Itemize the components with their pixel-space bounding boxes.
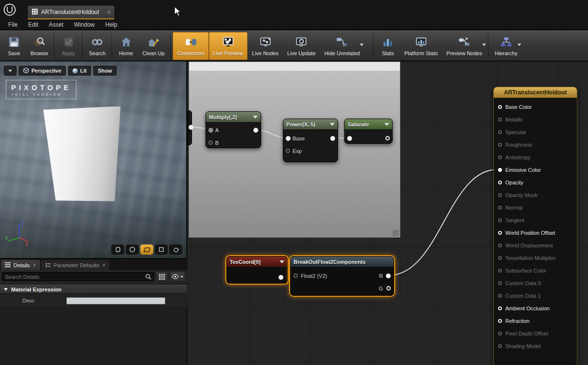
property-matrix-button[interactable] bbox=[156, 272, 168, 282]
tab-details[interactable]: Details × bbox=[1, 260, 40, 270]
pin-pixel-depth-offset[interactable]: Pixel Depth Offset bbox=[498, 330, 548, 337]
input-pin-b[interactable] bbox=[208, 140, 213, 145]
perspective-button[interactable]: Perspective bbox=[19, 66, 66, 76]
home-button[interactable]: Home bbox=[114, 32, 138, 60]
output-pin[interactable] bbox=[330, 136, 335, 141]
preview-sphere-button[interactable] bbox=[126, 244, 139, 255]
connectors-icon bbox=[184, 35, 198, 49]
stats-toggle-button[interactable]: Stats bbox=[376, 32, 400, 60]
input-pin-exp[interactable] bbox=[286, 149, 290, 153]
pin-icon bbox=[498, 218, 502, 222]
menu-edit[interactable]: Edit bbox=[23, 21, 44, 28]
input-pin[interactable] bbox=[347, 136, 352, 141]
node-multiply[interactable]: Multiply(,2) A B bbox=[206, 111, 261, 148]
chevron-down-icon[interactable] bbox=[253, 116, 258, 119]
pin-opacity-mask[interactable]: Opacity Mask bbox=[498, 191, 538, 199]
pin-subsurface-color[interactable]: Subsurface Color bbox=[498, 267, 546, 274]
menu-asset[interactable]: Asset bbox=[44, 21, 69, 28]
menu-help[interactable]: Help bbox=[100, 21, 123, 28]
preview-plane-button[interactable] bbox=[140, 244, 153, 255]
output-pin-r[interactable] bbox=[386, 274, 391, 278]
desc-input[interactable] bbox=[66, 297, 165, 304]
pin-opacity[interactable]: Opacity bbox=[498, 179, 523, 186]
expand-arrow-icon bbox=[4, 288, 8, 293]
chevron-down-icon[interactable] bbox=[330, 123, 335, 126]
node-breakout-float2[interactable]: BreakOutFloat2Components Float2 (V2) R G bbox=[290, 256, 394, 296]
viewport-options-button[interactable] bbox=[4, 66, 16, 76]
lit-button[interactable]: Lit bbox=[68, 66, 91, 76]
pin-tessellation-multiplier[interactable]: Tessellation Multiplier bbox=[498, 254, 556, 262]
input-pin-float2[interactable] bbox=[294, 274, 298, 278]
output-pin[interactable] bbox=[385, 136, 390, 140]
node-header[interactable]: Power(X, 5) bbox=[283, 119, 338, 129]
hierarchy-button[interactable]: Hierarchy bbox=[490, 32, 522, 60]
hide-unrelated-toggle-button[interactable]: Hide Unrelated bbox=[320, 32, 364, 60]
visibility-filter-button[interactable] bbox=[170, 272, 185, 282]
pin-normal[interactable]: Normal bbox=[498, 204, 522, 212]
menu-window[interactable]: Window bbox=[69, 21, 100, 28]
preview-viewport[interactable]: Perspective Lit Show PIXOTOPE TRIAL VERS… bbox=[0, 61, 187, 258]
material-node-header[interactable]: ARTranslucentHoldout bbox=[494, 87, 577, 98]
tab-parameter-defaults[interactable]: Parameter Defaults × bbox=[41, 260, 110, 270]
output-pin-g[interactable] bbox=[386, 286, 391, 290]
save-button[interactable]: Save bbox=[2, 32, 26, 60]
output-pin[interactable] bbox=[279, 275, 283, 280]
pin-shading-model[interactable]: Shading Model bbox=[498, 342, 541, 350]
pin-world-displacement[interactable]: World Displacement bbox=[498, 242, 553, 249]
pin-metallic[interactable]: Metallic bbox=[498, 116, 523, 123]
pin-anisotropy[interactable]: Anisotropy bbox=[498, 153, 530, 161]
close-icon[interactable]: × bbox=[102, 262, 105, 269]
connectors-toggle-button[interactable]: Connectors bbox=[173, 32, 208, 60]
live-update-toggle-button[interactable]: Live Update bbox=[283, 32, 320, 60]
chevron-down-icon[interactable] bbox=[360, 44, 364, 46]
chevron-down-icon[interactable] bbox=[482, 44, 486, 46]
material-expression-section-header[interactable]: Material Expression bbox=[0, 285, 187, 294]
chevron-down-icon[interactable] bbox=[384, 123, 389, 126]
node-saturate[interactable]: Saturate bbox=[344, 119, 393, 144]
input-pin-base[interactable] bbox=[286, 136, 291, 141]
pin-ambient-occlusion[interactable]: Ambient Occlusion bbox=[498, 304, 550, 312]
close-icon[interactable]: × bbox=[33, 262, 36, 269]
search-details-input[interactable] bbox=[5, 274, 145, 280]
preview-cube-button[interactable] bbox=[155, 244, 168, 255]
node-material-result[interactable]: ARTranslucentHoldout Base Color Metallic… bbox=[493, 87, 577, 365]
pin-refraction[interactable]: Refraction bbox=[498, 317, 529, 325]
close-icon[interactable]: × bbox=[107, 9, 111, 15]
pin-emissive-color[interactable]: Emissive Color bbox=[498, 166, 541, 174]
asset-tab[interactable]: ARTranslucentHoldout × bbox=[28, 5, 115, 19]
chevron-down-icon[interactable] bbox=[517, 44, 521, 46]
preview-teapot-button[interactable] bbox=[169, 244, 182, 255]
platform-stats-button[interactable]: Platform Stats bbox=[400, 32, 442, 60]
pin-roughness[interactable]: Roughness bbox=[498, 141, 532, 149]
input-pin-a[interactable] bbox=[208, 128, 213, 133]
node-texcoord[interactable]: TexCoord[0] bbox=[226, 256, 288, 284]
output-pin[interactable] bbox=[189, 125, 193, 130]
browse-button[interactable]: Browse bbox=[26, 32, 53, 60]
node-header[interactable]: TexCoord[0] bbox=[227, 257, 287, 267]
node-header[interactable]: Saturate bbox=[345, 119, 392, 129]
apply-button[interactable]: Apply bbox=[57, 32, 81, 60]
live-nodes-toggle-button[interactable]: Live Nodes bbox=[248, 32, 283, 60]
node-header[interactable]: Multiply(,2) bbox=[206, 112, 261, 122]
chevron-down-icon[interactable] bbox=[279, 260, 284, 263]
node-power[interactable]: Power(X, 5) Base Exp bbox=[283, 119, 338, 162]
preview-cylinder-button[interactable] bbox=[111, 244, 124, 255]
clean-up-button[interactable]: Clean Up bbox=[138, 32, 169, 60]
pin-specular[interactable]: Specular bbox=[498, 128, 526, 136]
partial-node[interactable] bbox=[187, 110, 192, 145]
show-button[interactable]: Show bbox=[93, 66, 116, 76]
live-preview-toggle-button[interactable]: Live Preview bbox=[209, 32, 248, 60]
pin-icon bbox=[498, 143, 502, 147]
pin-label: Normal bbox=[505, 205, 522, 211]
pin-custom-data-0[interactable]: Custom Data 0 bbox=[498, 279, 541, 287]
material-graph-canvas[interactable]: Multiply(,2) A B Power(X, 5) Base Exp Sa bbox=[187, 61, 588, 365]
pin-tangent[interactable]: Tangent bbox=[498, 216, 524, 224]
pin-world-position-offset[interactable]: World Position Offset bbox=[498, 229, 555, 237]
node-header[interactable]: BreakOutFloat2Components bbox=[291, 257, 394, 267]
pin-custom-data-1[interactable]: Custom Data 1 bbox=[498, 292, 541, 300]
output-pin[interactable] bbox=[253, 128, 258, 133]
menu-file[interactable]: File bbox=[3, 21, 23, 28]
search-button[interactable]: Search bbox=[85, 32, 110, 60]
pin-base-color[interactable]: Base Color bbox=[498, 103, 531, 111]
preview-nodes-button[interactable]: Preview Nodes bbox=[442, 32, 486, 60]
